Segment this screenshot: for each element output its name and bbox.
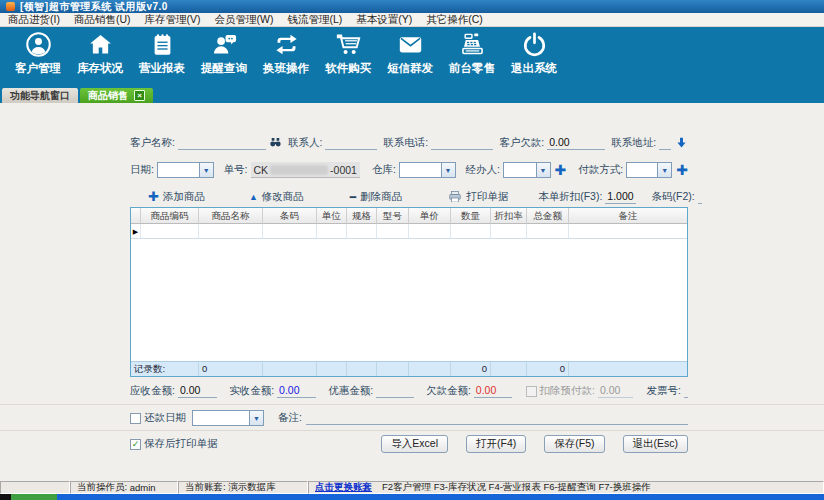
col-barcode[interactable]: 条码 bbox=[263, 208, 317, 224]
taskbar-sliver[interactable] bbox=[0, 494, 824, 500]
doc-no-prefix: CK bbox=[254, 164, 269, 176]
col-remark[interactable]: 备注 bbox=[569, 208, 687, 224]
edit-product-button[interactable]: ▲修改商品 bbox=[249, 190, 304, 204]
customer-name-input[interactable] bbox=[178, 136, 266, 150]
totals-row: 应收金额: 0.00 实收金额: 0.00 优惠金额: 欠款金额: 0.00 扣… bbox=[130, 384, 688, 398]
chevron-down-icon[interactable]: ▼ bbox=[657, 163, 671, 177]
chevron-down-icon[interactable]: ▼ bbox=[536, 163, 550, 177]
deduct-prepay-label: 扣除预付款: bbox=[540, 384, 595, 398]
menu-item-purchase[interactable]: 商品进货(I) bbox=[8, 13, 60, 27]
menu-item-members[interactable]: 会员管理(W) bbox=[215, 13, 274, 27]
doc-no-suffix: -0001 bbox=[330, 164, 357, 176]
sales-form-panel: 客户名称: 联系人: 联系电话: 客户欠款: 0.00 联系地址: 日期: ▼ … bbox=[0, 103, 824, 481]
add-payment-button[interactable]: ✚ bbox=[676, 164, 688, 176]
col-product-code[interactable]: 商品编码 bbox=[141, 208, 199, 224]
note-label: 备注: bbox=[278, 411, 302, 425]
printer-icon bbox=[448, 191, 462, 203]
tab-nav-window[interactable]: 功能导航窗口 bbox=[2, 88, 78, 103]
tab-label: 商品销售 bbox=[88, 89, 128, 103]
toolbar-software-purchase[interactable]: 软件购买 bbox=[318, 31, 378, 76]
print-after-save-label: 保存后打印单据 bbox=[144, 437, 218, 451]
exit-button[interactable]: 退出(Esc) bbox=[623, 435, 689, 453]
edit-product-label: 修改商品 bbox=[262, 190, 304, 204]
divider bbox=[0, 430, 824, 431]
expand-down-arrow-icon[interactable] bbox=[675, 136, 688, 150]
phone-input[interactable] bbox=[431, 136, 493, 150]
col-spec[interactable]: 规格 bbox=[347, 208, 377, 224]
menu-item-inventory[interactable]: 库存管理(V) bbox=[145, 13, 201, 27]
triangle-up-icon: ▲ bbox=[249, 192, 258, 202]
minus-icon: ━ bbox=[350, 191, 356, 203]
col-total-amount[interactable]: 总金额 bbox=[527, 208, 569, 224]
products-grid: 商品编码 商品名称 条码 单位 规格 型号 单价 数量 折扣率 总金额 备注 ▶… bbox=[130, 207, 688, 377]
note-input[interactable] bbox=[306, 411, 688, 425]
barcode-input[interactable] bbox=[698, 190, 702, 204]
add-handler-button[interactable]: ✚ bbox=[555, 164, 567, 176]
received-label: 实收金额: bbox=[229, 384, 274, 398]
col-unit[interactable]: 单位 bbox=[317, 208, 347, 224]
tab-label: 功能导航窗口 bbox=[10, 89, 70, 103]
menu-item-cashflow[interactable]: 钱流管理(L) bbox=[287, 13, 342, 27]
repay-note-row: 还款日期 ▼ 备注: bbox=[130, 410, 688, 426]
import-excel-button[interactable]: 导入Excel bbox=[381, 435, 448, 453]
print-after-save-checkbox[interactable]: ✓ bbox=[130, 439, 141, 450]
date-select[interactable]: ▼ bbox=[157, 162, 214, 178]
binoculars-icon[interactable] bbox=[269, 137, 282, 149]
menu-item-settings[interactable]: 基本设置(Y) bbox=[356, 13, 412, 27]
received-input[interactable]: 0.00 bbox=[277, 384, 316, 398]
invoice-input[interactable] bbox=[684, 384, 688, 398]
toolbar-business-report[interactable]: 营业报表 bbox=[132, 31, 192, 76]
col-product-name[interactable]: 商品名称 bbox=[199, 208, 263, 224]
repay-date-select[interactable]: ▼ bbox=[192, 410, 264, 426]
sms-icon bbox=[397, 31, 424, 58]
payment-select[interactable]: ▼ bbox=[626, 162, 672, 178]
toolbar-label: 营业报表 bbox=[139, 61, 185, 76]
deduct-prepay-checkbox[interactable] bbox=[526, 386, 537, 397]
close-icon[interactable]: × bbox=[134, 90, 145, 101]
grid-corner bbox=[131, 208, 141, 224]
switch-account-link[interactable]: 点击更换账套 bbox=[315, 481, 372, 494]
discount-input[interactable]: 1.000 bbox=[605, 190, 635, 204]
col-quantity[interactable]: 数量 bbox=[451, 208, 491, 224]
handler-select[interactable]: ▼ bbox=[503, 162, 551, 178]
toolbar-inventory-status[interactable]: 库存状况 bbox=[70, 31, 130, 76]
contact-input[interactable] bbox=[325, 136, 377, 150]
window-title: [领智]超市管理系统 试用版v7.0 bbox=[20, 0, 168, 14]
power-icon bbox=[521, 31, 548, 58]
menu-item-sales[interactable]: 商品销售(U) bbox=[74, 13, 131, 27]
toolbar-sms-broadcast[interactable]: 短信群发 bbox=[380, 31, 440, 76]
toolbar-exit-system[interactable]: 退出系统 bbox=[504, 31, 564, 76]
col-discount-rate[interactable]: 折扣率 bbox=[491, 208, 527, 224]
open-button[interactable]: 打开(F4) bbox=[466, 435, 526, 453]
toolbar-customer-management[interactable]: 客户管理 bbox=[8, 31, 68, 76]
delete-product-button[interactable]: ━删除商品 bbox=[350, 190, 402, 204]
col-unit-price[interactable]: 单价 bbox=[409, 208, 451, 224]
toolbar-reminder-query[interactable]: 提醒查询 bbox=[194, 31, 254, 76]
chevron-down-icon[interactable]: ▼ bbox=[441, 163, 455, 177]
toolbar-label: 换班操作 bbox=[263, 61, 309, 76]
toolbar-front-desk-retail[interactable]: 前台零售 bbox=[442, 31, 502, 76]
invoice-label: 发票号: bbox=[647, 384, 681, 398]
operator-value: admin bbox=[130, 482, 156, 493]
add-product-button[interactable]: ✚添加商品 bbox=[148, 189, 205, 204]
handler-label: 经办人: bbox=[466, 163, 500, 177]
repay-date-label: 还款日期 bbox=[144, 411, 186, 425]
coupon-input[interactable] bbox=[376, 384, 414, 398]
plus-icon: ✚ bbox=[148, 189, 159, 204]
repay-date-checkbox[interactable] bbox=[130, 413, 141, 424]
address-input[interactable] bbox=[659, 136, 671, 150]
save-button[interactable]: 保存(F5) bbox=[544, 435, 604, 453]
warehouse-select[interactable]: ▼ bbox=[399, 162, 456, 178]
grid-body-empty-area[interactable] bbox=[131, 239, 687, 361]
grid-empty-row[interactable]: ▶ bbox=[131, 224, 687, 239]
toolbar-shift-change[interactable]: 换班操作 bbox=[256, 31, 316, 76]
chevron-down-icon[interactable]: ▼ bbox=[199, 163, 213, 177]
chevron-down-icon[interactable]: ▼ bbox=[249, 411, 263, 425]
menu-item-other[interactable]: 其它操作(C) bbox=[426, 13, 483, 27]
coupon-label: 优惠金额: bbox=[328, 384, 373, 398]
print-receipt-button[interactable]: 打印单据 bbox=[448, 190, 508, 204]
tab-goods-sales[interactable]: 商品销售 × bbox=[80, 88, 153, 103]
shift-icon bbox=[273, 31, 300, 58]
current-row-indicator-icon: ▶ bbox=[131, 224, 141, 239]
col-model[interactable]: 型号 bbox=[377, 208, 409, 224]
